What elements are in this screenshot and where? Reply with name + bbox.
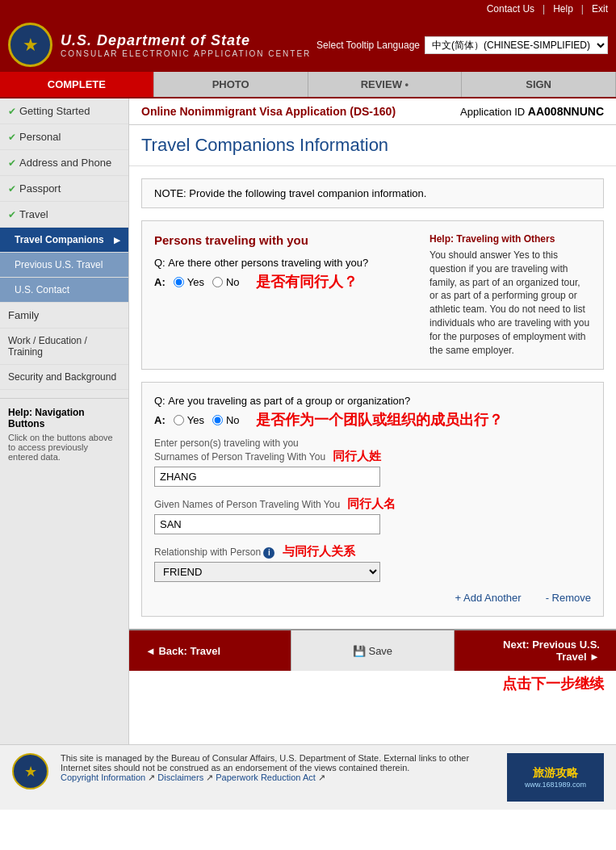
save-button[interactable]: 💾 Save xyxy=(291,630,454,671)
tooltip-language-area: Select Tooltip Language 中文(简体）(CHINESE-S… xyxy=(316,36,608,54)
relationship-select[interactable]: FRIEND SPOUSE CHILD PARENT SIBLING COLLE… xyxy=(154,562,380,582)
enter-persons-label: Enter person(s) traveling with you xyxy=(154,438,591,449)
q1-yes-radio[interactable] xyxy=(174,277,184,287)
top-bar: Contact Us | Help | Exit xyxy=(0,0,616,18)
q2-no-label[interactable]: No xyxy=(212,414,240,426)
paperwork-link[interactable]: Paperwork Reduction Act xyxy=(216,773,316,782)
q2-answer-row: A: Yes No 是否作为一个团队或组织的成员出行？ xyxy=(154,410,591,429)
tooltip-language-select[interactable]: 中文(简体）(CHINESE-SIMPLIFIED) xyxy=(425,36,608,54)
q2-yes-label[interactable]: Yes xyxy=(174,414,204,426)
bottom-nav: ◄ Back: Travel 💾 Save Next: Previous U.S… xyxy=(129,629,616,671)
agency-name: U.S. Department of State CONSULAR ELECTR… xyxy=(61,32,311,58)
sidebar-item-travel-companions[interactable]: Travel Companions ▶ xyxy=(0,228,128,253)
footer: ★ This site is managed by the Bureau of … xyxy=(0,744,616,810)
remove-link[interactable]: - Remove xyxy=(546,592,591,604)
section-persons-traveling: Persons traveling with you Q: Are there … xyxy=(141,220,604,370)
q1-no-label[interactable]: No xyxy=(212,276,240,288)
givenname-input[interactable] xyxy=(154,514,380,534)
sidebar-item-travel[interactable]: ✔ Travel xyxy=(0,202,128,228)
footer-text: This site is managed by the Bureau of Co… xyxy=(61,753,495,783)
footer-seal: ★ xyxy=(12,753,48,789)
sidebar-item-work-education[interactable]: Work / Education / Training xyxy=(0,329,128,365)
sidebar-item-personal[interactable]: ✔ Personal xyxy=(0,124,128,150)
sidebar-item-previous-us-travel[interactable]: Previous U.S. Travel xyxy=(0,253,128,278)
sidebar-help: Help: Navigation Buttons Click on the bu… xyxy=(0,398,128,470)
check-icon: ✔ xyxy=(8,106,16,117)
q1-answer-row: A: Yes No 是否有同行人？ xyxy=(154,272,417,291)
note-box: NOTE: Provide the following travel compa… xyxy=(141,178,604,208)
check-icon: ✔ xyxy=(8,132,16,143)
check-icon: ✔ xyxy=(8,183,16,195)
info-icon[interactable]: i xyxy=(263,547,274,559)
q1-label: Q: Are there other persons traveling wit… xyxy=(154,257,417,269)
q2-no-radio[interactable] xyxy=(212,415,223,425)
check-icon: ✔ xyxy=(8,209,16,220)
add-another-link[interactable]: + Add Another xyxy=(455,592,522,604)
main-content: Online Nonimmigrant Visa Application (DS… xyxy=(129,98,616,744)
content-area: ✔ Getting Started ✔ Personal ✔ Address a… xyxy=(0,98,616,744)
agency-seal: ★ xyxy=(8,23,52,67)
q1-no-radio[interactable] xyxy=(212,277,223,287)
sidebar-item-us-contact[interactable]: U.S. Contact xyxy=(0,278,128,303)
copyright-link[interactable]: Copyright Information xyxy=(61,773,145,782)
sidebar-item-getting-started[interactable]: ✔ Getting Started xyxy=(0,98,128,124)
footer-logo: 旅游攻略 www.1681989.com xyxy=(507,753,604,802)
help-link[interactable]: Help xyxy=(553,3,573,15)
sidebar-item-passport[interactable]: ✔ Passport xyxy=(0,176,128,202)
relationship-field-group: Relationship with Person i 与同行人关系 FRIEND… xyxy=(154,544,591,582)
surname-field-group: Surnames of Person Traveling With You 同行… xyxy=(154,449,591,487)
surname-label: Surnames of Person Traveling With You 同行… xyxy=(154,449,591,464)
relationship-label: Relationship with Person i 与同行人关系 xyxy=(154,544,591,559)
contact-us-link[interactable]: Contact Us xyxy=(487,3,534,15)
app-header: Online Nonimmigrant Visa Application (DS… xyxy=(129,98,616,125)
app-id: Application ID AA008NNUNC xyxy=(460,105,604,118)
app-title: Online Nonimmigrant Visa Application (DS… xyxy=(141,105,396,118)
tab-photo[interactable]: PHOTO xyxy=(154,72,308,97)
q2-chinese-text: 是否作为一个团队或组织的成员出行？ xyxy=(256,410,503,429)
next-button[interactable]: Next: Previous U.S. Travel ► xyxy=(455,630,616,671)
q2-yes-radio[interactable] xyxy=(174,415,184,425)
sidebar: ✔ Getting Started ✔ Personal ✔ Address a… xyxy=(0,98,129,744)
q2-label: Q: Are you traveling as part of a group … xyxy=(154,395,591,407)
companion-actions: + Add Another - Remove xyxy=(154,592,591,604)
nav-tabs: COMPLETE PHOTO REVIEW SIGN xyxy=(0,72,616,98)
tab-review[interactable]: REVIEW xyxy=(308,72,463,97)
givenname-label: Given Names of Person Traveling With You… xyxy=(154,496,591,512)
page-title: Travel Companions Information xyxy=(129,125,616,166)
q1-yes-label[interactable]: Yes xyxy=(174,276,204,288)
section-header: Persons traveling with you xyxy=(154,233,417,247)
sidebar-item-address-phone[interactable]: ✔ Address and Phone xyxy=(0,150,128,176)
help-box-traveling: Help: Traveling with Others You should a… xyxy=(430,233,591,357)
section-companion-details: Q: Are you traveling as part of a group … xyxy=(141,382,604,617)
sidebar-item-family[interactable]: Family xyxy=(0,303,128,329)
tab-complete[interactable]: COMPLETE xyxy=(0,72,154,97)
arrow-icon: ▶ xyxy=(114,236,120,245)
givenname-field-group: Given Names of Person Traveling With You… xyxy=(154,496,591,534)
sidebar-item-security-background[interactable]: Security and Background xyxy=(0,365,128,390)
tab-sign[interactable]: SIGN xyxy=(462,72,616,97)
site-header: ★ U.S. Department of State CONSULAR ELEC… xyxy=(0,18,616,72)
disclaimers-link[interactable]: Disclaimers xyxy=(157,773,203,782)
surname-input[interactable] xyxy=(154,467,380,487)
q1-chinese-text: 是否有同行人？ xyxy=(256,272,358,291)
exit-link[interactable]: Exit xyxy=(592,3,608,15)
next-chinese-text: 点击下一步继续 xyxy=(129,671,616,697)
check-icon: ✔ xyxy=(8,157,16,169)
back-button[interactable]: ◄ Back: Travel xyxy=(129,630,291,671)
